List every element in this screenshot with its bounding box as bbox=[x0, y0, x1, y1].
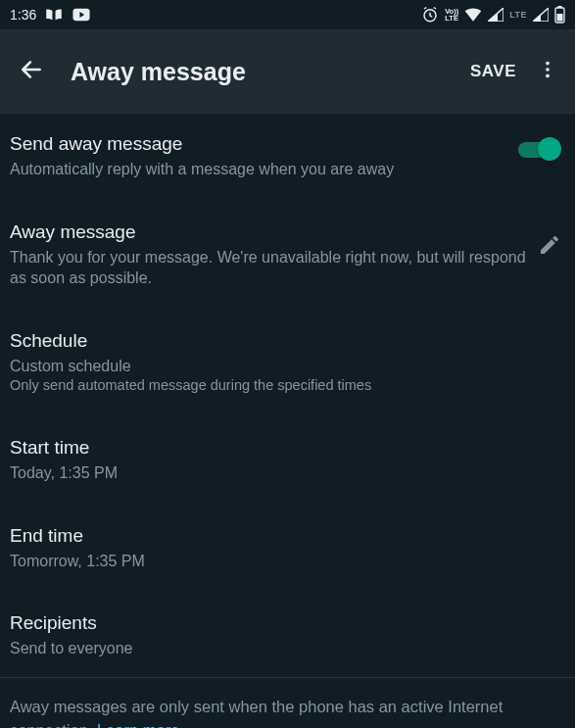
page-title: Away message bbox=[55, 58, 458, 86]
youtube-icon bbox=[72, 8, 91, 22]
signal-icon-2 bbox=[533, 8, 549, 22]
status-time: 1:36 bbox=[10, 7, 36, 23]
svg-point-6 bbox=[546, 68, 550, 72]
schedule-title: Schedule bbox=[10, 330, 561, 352]
recipients-row[interactable]: Recipients Send to everyone bbox=[0, 597, 575, 671]
status-bar: 1:36 Vo))LTE LTE bbox=[0, 0, 575, 29]
start-time-value: Today, 1:35 PM bbox=[10, 462, 561, 484]
app-bar: Away message SAVE bbox=[0, 29, 575, 114]
settings-content: Send away message Automatically reply wi… bbox=[0, 114, 575, 728]
more-button[interactable] bbox=[528, 48, 567, 95]
lte-label: LTE bbox=[509, 10, 527, 20]
learn-more-link[interactable]: Learn more bbox=[97, 721, 179, 728]
book-icon bbox=[44, 8, 64, 22]
signal-icon-1 bbox=[488, 8, 503, 22]
start-time-row[interactable]: Start time Today, 1:35 PM bbox=[0, 421, 575, 496]
away-message-row[interactable]: Away message Thank you for your message.… bbox=[0, 206, 575, 301]
schedule-hint: Only send automated message during the s… bbox=[10, 376, 561, 396]
recipients-value: Send to everyone bbox=[10, 638, 561, 659]
edit-message-button[interactable] bbox=[538, 233, 561, 261]
pencil-icon bbox=[538, 243, 561, 260]
svg-rect-4 bbox=[557, 14, 563, 22]
end-time-value: Tomorrow, 1:35 PM bbox=[10, 551, 561, 572]
svg-point-5 bbox=[546, 62, 550, 66]
save-button[interactable]: SAVE bbox=[458, 50, 528, 93]
away-message-title: Away message bbox=[10, 221, 528, 243]
send-away-switch[interactable] bbox=[518, 137, 561, 161]
start-time-title: Start time bbox=[10, 437, 561, 459]
end-time-row[interactable]: End time Tomorrow, 1:35 PM bbox=[0, 510, 575, 584]
svg-rect-3 bbox=[558, 6, 562, 8]
more-vert-icon bbox=[537, 59, 558, 84]
schedule-value: Custom schedule bbox=[10, 356, 561, 377]
send-away-title: Send away message bbox=[10, 133, 518, 155]
battery-icon bbox=[554, 6, 565, 24]
volte-icon: Vo))LTE bbox=[445, 8, 458, 22]
end-time-title: End time bbox=[10, 525, 561, 547]
send-away-toggle-row[interactable]: Send away message Automatically reply wi… bbox=[0, 118, 575, 192]
recipients-title: Recipients bbox=[10, 612, 561, 634]
alarm-icon bbox=[421, 6, 439, 24]
footer-note: Away messages are only sent when the pho… bbox=[0, 678, 575, 728]
back-button[interactable] bbox=[8, 48, 55, 95]
svg-point-7 bbox=[546, 74, 550, 78]
arrow-left-icon bbox=[19, 57, 44, 86]
send-away-subtitle: Automatically reply with a message when … bbox=[10, 159, 518, 180]
wifi-icon bbox=[464, 8, 482, 22]
footer-text: Away messages are only sent when the pho… bbox=[10, 698, 503, 728]
away-message-text: Thank you for your message. We're unavai… bbox=[10, 247, 528, 289]
schedule-row[interactable]: Schedule Custom schedule Only send autom… bbox=[0, 315, 575, 408]
